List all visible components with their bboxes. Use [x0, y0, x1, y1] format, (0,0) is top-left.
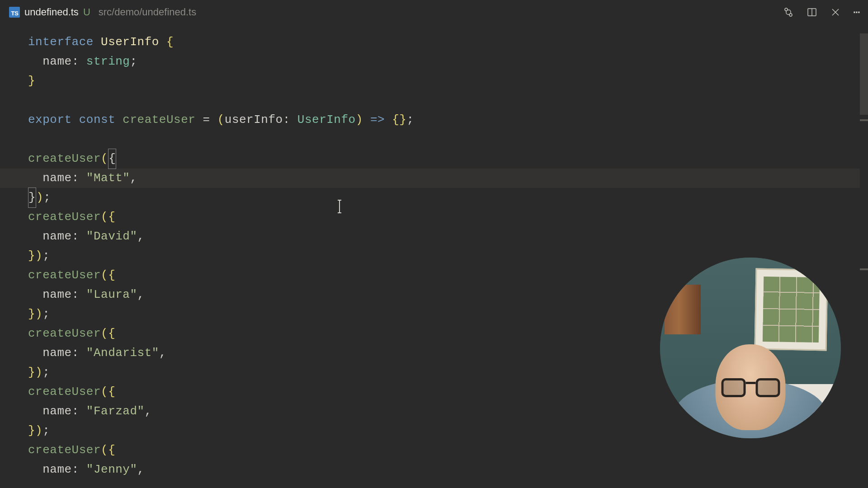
text-cursor [339, 200, 340, 213]
keyword: const [79, 110, 116, 130]
arrow: => [370, 110, 385, 130]
editor-tab[interactable]: TS undefined.ts U src/demo/undefined.ts [4, 0, 202, 24]
split-editor-icon[interactable] [807, 7, 817, 18]
vertical-scrollbar[interactable] [860, 24, 868, 488]
property-name: name [42, 52, 71, 71]
parameter: userInfo [225, 110, 283, 130]
svg-point-0 [785, 8, 788, 11]
keyword: interface [28, 33, 94, 52]
webcam-overlay [660, 258, 841, 438]
function-name: createUser [123, 110, 195, 130]
tab-bar: TS undefined.ts U src/demo/undefined.ts … [0, 0, 868, 24]
scrollbar-mark [860, 119, 868, 121]
type-ref: string [86, 52, 130, 71]
function-call: createUser [28, 149, 101, 169]
string-literal: "Laura" [86, 285, 137, 305]
string-literal: "Jenny" [86, 460, 137, 479]
type-ref: UserInfo [297, 110, 356, 130]
scrollbar-thumb[interactable] [860, 33, 868, 115]
keyword: export [28, 110, 72, 130]
compare-changes-icon[interactable] [783, 7, 794, 18]
string-literal: "Farzad" [86, 402, 145, 421]
tab-git-status: U [83, 6, 90, 18]
svg-point-1 [789, 14, 792, 16]
tab-filename: undefined.ts [24, 6, 79, 18]
string-literal: "Matt" [86, 169, 130, 188]
type-identifier: UserInfo [101, 33, 159, 52]
close-icon[interactable] [830, 7, 841, 18]
string-literal: "Andarist" [86, 343, 159, 363]
editor-toolbar: ⋯ [783, 0, 861, 24]
scrollbar-mark [860, 268, 868, 270]
breadcrumb[interactable]: src/demo/undefined.ts [99, 6, 196, 18]
typescript-file-icon: TS [9, 7, 20, 18]
string-literal: "David" [86, 227, 137, 246]
current-line: name: "Matt", [0, 169, 868, 188]
more-icon[interactable]: ⋯ [854, 6, 861, 19]
